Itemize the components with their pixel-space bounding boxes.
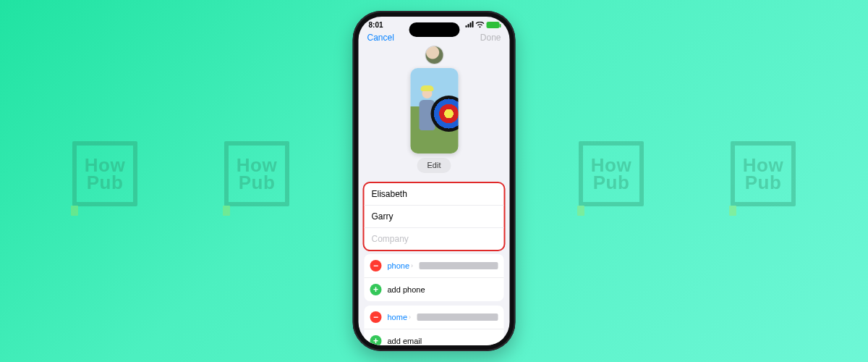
email-type-picker[interactable]: home›	[388, 313, 412, 321]
add-phone-label: add phone	[388, 286, 425, 294]
stage: HowPub HowPub HowPub HowPub 8:01 Cancel …	[0, 0, 868, 362]
edit-poster-button[interactable]: Edit	[417, 158, 451, 173]
remove-icon[interactable]: −	[370, 311, 382, 323]
avatar-thumbnail[interactable]	[425, 46, 443, 64]
add-email-row[interactable]: + add email	[365, 329, 504, 345]
cell-signal-icon	[465, 21, 474, 29]
iphone-frame: 8:01 Cancel Done Edit E	[353, 11, 516, 351]
status-time: 8:01	[369, 22, 383, 29]
battery-icon	[487, 22, 500, 28]
name-fields-card: Elisabeth Garry Company	[365, 183, 504, 250]
chevron-right-icon: ›	[411, 263, 413, 269]
last-name-field[interactable]: Garry	[365, 206, 504, 228]
phone-section: − phone› + add phone	[365, 254, 504, 301]
email-row[interactable]: − home›	[365, 306, 504, 329]
watermark-logo: HowPub	[72, 141, 137, 210]
email-section: − home› + add email	[365, 306, 504, 345]
add-icon[interactable]: +	[370, 335, 382, 345]
wifi-icon	[476, 22, 485, 28]
phone-value-redacted[interactable]	[419, 262, 498, 269]
cancel-button[interactable]: Cancel	[367, 33, 394, 42]
dynamic-island	[409, 22, 459, 37]
contact-hero: Edit	[359, 46, 510, 179]
remove-icon[interactable]: −	[370, 260, 382, 272]
first-name-field[interactable]: Elisabeth	[365, 183, 504, 206]
chevron-right-icon: ›	[409, 314, 411, 321]
contact-poster[interactable]	[410, 68, 458, 153]
watermark-logo: HowPub	[224, 141, 289, 210]
watermark-logo: HowPub	[731, 141, 796, 210]
phone-type-picker[interactable]: phone›	[388, 262, 414, 270]
done-button[interactable]: Done	[480, 33, 501, 42]
add-phone-row[interactable]: + add phone	[365, 278, 504, 301]
add-email-label: add email	[388, 337, 422, 345]
phone-row[interactable]: − phone›	[365, 254, 504, 278]
company-field[interactable]: Company	[365, 228, 504, 250]
email-value-redacted[interactable]	[417, 313, 498, 321]
watermark-logo: HowPub	[579, 141, 644, 210]
add-icon[interactable]: +	[370, 284, 382, 295]
iphone-screen: 8:01 Cancel Done Edit E	[359, 17, 510, 345]
